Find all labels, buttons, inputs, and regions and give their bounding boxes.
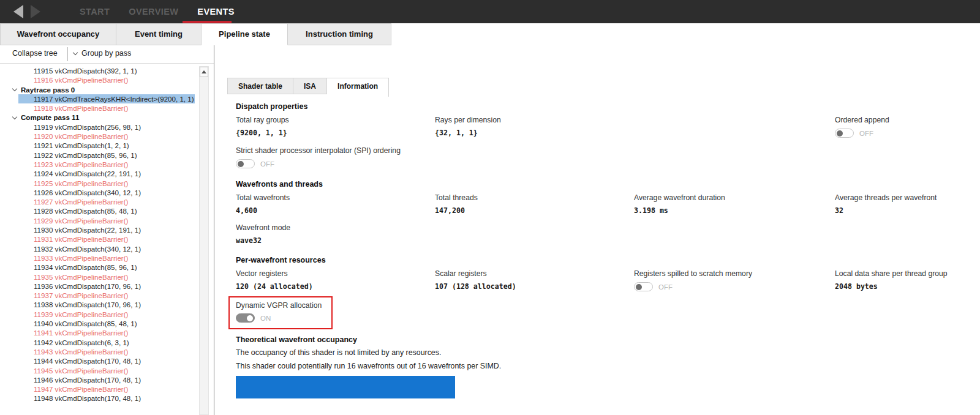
forward-arrow-icon[interactable] <box>31 5 40 18</box>
tab-shader-table[interactable]: Shader table <box>227 78 293 94</box>
pass-label: Raytrace pass 0 <box>21 85 75 94</box>
tree-scrollbar[interactable] <box>199 66 209 415</box>
tree-row[interactable]: 11923 vkCmdPipelineBarrier() <box>0 160 199 169</box>
section-dispatch-properties: Dispatch properties <box>236 102 980 111</box>
scrollbar-up-button[interactable] <box>200 67 208 77</box>
tree-row[interactable]: 11940 vkCmdDispatch(85, 48, 1) <box>0 319 199 328</box>
tree-row[interactable]: 11944 vkCmdDispatch(170, 48, 1) <box>0 356 199 365</box>
total-ray-groups-value: {9200, 1, 1} <box>236 129 435 137</box>
local-data-share-value: 2048 bytes <box>835 282 980 291</box>
tree-row[interactable]: 11942 vkCmdDispatch(6, 3, 1) <box>0 338 199 347</box>
spi-ordering-state: OFF <box>260 160 274 168</box>
chevron-down-icon[interactable] <box>12 114 17 119</box>
tree-row[interactable]: 11934 vkCmdDispatch(85, 96, 1) <box>0 263 199 272</box>
tree-row[interactable]: 11927 vkCmdPipelineBarrier() <box>0 197 199 206</box>
tree-row[interactable]: 11917 vkCmdTraceRaysKHR<Indirect>(9200, … <box>18 94 195 103</box>
tree-row[interactable]: 11915 vkCmdDispatch(392, 1, 1) <box>0 66 199 75</box>
field-scalar-registers: Scalar registers 107 (128 allocated) <box>435 269 634 291</box>
tree-row[interactable]: 11925 vkCmdPipelineBarrier() <box>0 179 199 188</box>
field-local-data-share: Local data share per thread group 2048 b… <box>835 269 980 291</box>
tree-row[interactable]: 11947 vkCmdPipelineBarrier() <box>0 384 199 394</box>
section-wavefronts-threads: Wavefronts and threads <box>236 180 980 189</box>
back-arrow-icon[interactable] <box>13 5 23 18</box>
event-tree-list: 11915 vkCmdDispatch(392, 1, 1)11916 vkCm… <box>0 66 199 403</box>
registers-spilled-state: OFF <box>658 283 673 291</box>
ordered-append-toggle[interactable] <box>835 129 854 138</box>
tree-row[interactable]: 11928 vkCmdDispatch(85, 48, 1) <box>0 206 199 215</box>
tree-pass-row[interactable]: Raytrace pass 0 <box>0 85 199 94</box>
tree-row[interactable]: 11933 vkCmdPipelineBarrier() <box>0 253 199 263</box>
view-tabs: Wavefront occupancy Event timing Pipelin… <box>0 23 391 45</box>
tab-wavefront-occupancy[interactable]: Wavefront occupancy <box>0 23 116 45</box>
tab-event-timing[interactable]: Event timing <box>116 23 202 45</box>
section-theoretical-occupancy: Theoretical wavefront occupancy <box>236 335 980 344</box>
field-spi-ordering: Strict shader processor interpolator (SP… <box>236 146 980 168</box>
tree-row[interactable]: 11921 vkCmdDispatch(1, 2, 1) <box>0 141 199 150</box>
tree-row[interactable]: 11929 vkCmdPipelineBarrier() <box>0 216 199 225</box>
registers-spilled-toggle[interactable] <box>634 282 653 291</box>
nav-tab-overview[interactable]: OVERVIEW <box>129 7 178 17</box>
field-total-threads: Total threads 147,200 <box>435 193 634 215</box>
avg-wavefront-duration-value: 3.198 ms <box>634 206 835 215</box>
collapse-tree-button[interactable]: Collapse tree <box>12 49 58 58</box>
tab-isa[interactable]: ISA <box>293 78 327 94</box>
tree-row[interactable]: 11931 vkCmdPipelineBarrier() <box>0 234 199 244</box>
field-vector-registers: Vector registers 120 (24 allocated) <box>236 269 435 291</box>
occupancy-description-2: This shader could potentially run 16 wav… <box>236 362 980 370</box>
wavefront-mode-value: wave32 <box>236 236 980 245</box>
group-by-pass-dropdown[interactable]: Group by pass <box>74 49 131 58</box>
chevron-down-icon[interactable] <box>12 86 17 91</box>
scroll-up-icon <box>202 70 206 73</box>
field-ordered-append: Ordered append OFF <box>835 116 980 138</box>
tree-row[interactable]: 11932 vkCmdDispatch(340, 12, 1) <box>0 244 199 253</box>
scalar-registers-value: 107 (128 allocated) <box>435 282 634 291</box>
toolbar-divider <box>67 47 68 61</box>
tree-row[interactable]: 11935 vkCmdPipelineBarrier() <box>0 272 199 282</box>
tree-toolbar: Collapse tree Group by pass <box>0 45 214 63</box>
occupancy-description-1: The occupancy of this shader is not limi… <box>236 348 980 357</box>
tree-row[interactable]: 11930 vkCmdDispatch(22, 191, 1) <box>0 225 199 234</box>
rays-per-dimension-value: {32, 1, 1} <box>435 129 634 137</box>
tree-row[interactable]: 11936 vkCmdDispatch(170, 96, 1) <box>0 282 199 291</box>
tab-pipeline-state[interactable]: Pipeline state <box>202 23 288 45</box>
tree-row[interactable]: 11918 vkCmdPipelineBarrier() <box>0 103 199 113</box>
detail-panel: Shader table ISA Information Dispatch pr… <box>214 45 980 415</box>
dynamic-vgpr-state: ON <box>260 315 271 322</box>
tree-row[interactable]: 11924 vkCmdDispatch(22, 191, 1) <box>0 169 199 178</box>
occupancy-bar <box>236 376 455 398</box>
field-total-wavefronts: Total wavefronts 4,600 <box>236 193 435 215</box>
tree-row[interactable]: 11945 vkCmdPipelineBarrier() <box>0 366 199 375</box>
tree-row[interactable]: 11919 vkCmdDispatch(256, 98, 1) <box>0 122 199 132</box>
vector-registers-value: 120 (24 allocated) <box>236 282 435 291</box>
tab-instruction-timing[interactable]: Instruction timing <box>288 23 391 45</box>
tree-row[interactable]: 11937 vkCmdPipelineBarrier() <box>0 291 199 300</box>
field-rays-per-dimension: Rays per dimension {32, 1, 1} <box>435 116 634 137</box>
tree-row[interactable]: 11926 vkCmdDispatch(340, 12, 1) <box>0 188 199 197</box>
information-content: Dispatch properties Total ray groups {92… <box>236 95 980 398</box>
dynamic-vgpr-annotation-box: Dynamic VGPR allocation ON <box>228 296 333 329</box>
tree-row[interactable]: 11939 vkCmdPipelineBarrier() <box>0 310 199 319</box>
tree-row[interactable]: 11948 vkCmdDispatch(170, 48, 1) <box>0 394 199 403</box>
tab-information[interactable]: Information <box>327 78 389 97</box>
total-threads-value: 147,200 <box>435 206 634 215</box>
nav-tab-start[interactable]: START <box>80 7 110 17</box>
tree-row[interactable]: 11938 vkCmdDispatch(170, 96, 1) <box>0 300 199 309</box>
tree-row[interactable]: 11920 vkCmdPipelineBarrier() <box>0 132 199 141</box>
tree-row[interactable]: 11941 vkCmdPipelineBarrier() <box>0 328 199 337</box>
tree-row[interactable]: 11946 vkCmdDispatch(170, 48, 1) <box>0 375 199 384</box>
spi-ordering-toggle[interactable] <box>236 159 255 168</box>
total-wavefronts-value: 4,600 <box>236 206 435 215</box>
nav-tab-events[interactable]: EVENTS <box>197 7 234 17</box>
avg-threads-per-wavefront-value: 32 <box>835 206 980 215</box>
tree-pass-row[interactable]: Compute pass 11 <box>0 113 199 122</box>
ordered-append-state: OFF <box>859 130 873 137</box>
occupancy-bar-fill <box>236 376 455 398</box>
pass-label: Compute pass 11 <box>21 113 79 122</box>
tree-row[interactable]: 11916 vkCmdPipelineBarrier() <box>0 75 199 84</box>
tree-row[interactable]: 11922 vkCmdDispatch(85, 96, 1) <box>0 151 199 160</box>
dynamic-vgpr-toggle[interactable] <box>236 313 255 323</box>
detail-tabs: Shader table ISA Information <box>227 78 389 97</box>
app-window: START OVERVIEW EVENTS Wavefront occupanc… <box>0 0 980 415</box>
field-registers-spilled: Registers spilled to scratch memory OFF <box>634 269 835 291</box>
tree-row[interactable]: 11943 vkCmdPipelineBarrier() <box>0 347 199 356</box>
